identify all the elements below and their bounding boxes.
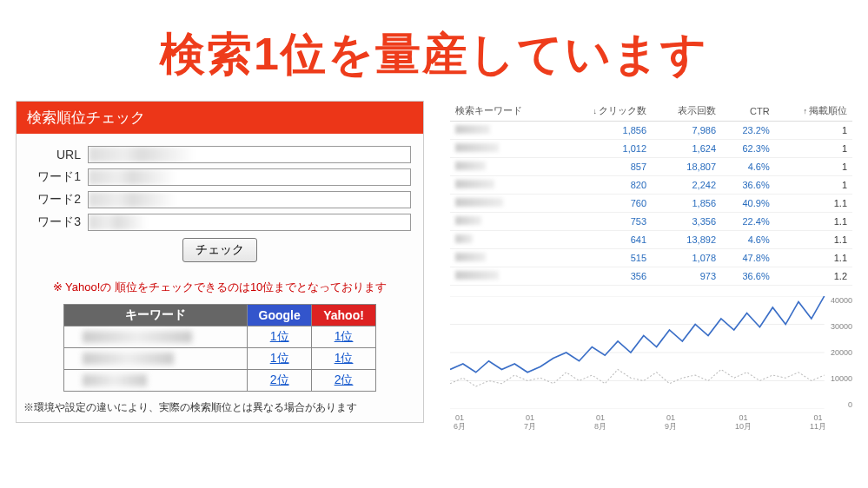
cell-ctr: 23.2%	[721, 122, 775, 140]
cell-clicks: 820	[560, 176, 652, 195]
th-google: Google	[248, 305, 312, 326]
table-row: 1位 1位	[64, 326, 376, 348]
cell-ctr: 4.6%	[721, 231, 775, 249]
rank-yahoo[interactable]: 1位	[312, 326, 376, 348]
th-position[interactable]: ↑掲載順位	[775, 101, 852, 122]
env-footnote: ※環境や設定の違いにより、実際の検索順位とは異なる場合があります	[17, 400, 423, 422]
cell-position: 1.1	[775, 249, 852, 267]
word1-input[interactable]	[88, 168, 411, 186]
table-row: 85718,8074.6%1	[450, 158, 852, 176]
th-keyword[interactable]: 検索キーワード	[450, 101, 560, 122]
cell-clicks: 356	[560, 267, 652, 286]
table-row: 64113,8924.6%1.1	[450, 231, 852, 249]
cell-position: 1	[775, 122, 852, 140]
cell-clicks: 515	[560, 249, 652, 267]
rank-result-table: キーワード Google Yahoo! 1位 1位 1位 1位 2位	[63, 304, 376, 392]
cell-clicks: 857	[560, 158, 652, 176]
cell-clicks: 641	[560, 231, 652, 249]
th-clicks[interactable]: ↓クリック数	[560, 101, 652, 122]
cell-impressions: 1,624	[652, 140, 721, 158]
table-row: 8202,24236.6%1	[450, 176, 852, 195]
cell-clicks: 753	[560, 213, 652, 231]
word2-input[interactable]	[88, 191, 411, 208]
cell-impressions: 18,807	[652, 158, 721, 176]
table-row: 2位 2位	[64, 370, 376, 392]
label-word3: ワード3	[29, 214, 88, 230]
traffic-chart: 400003000020000100000 016月017月018月019月01…	[450, 296, 852, 435]
cell-clicks: 760	[560, 195, 652, 213]
rank-yahoo[interactable]: 1位	[312, 348, 376, 370]
cell-position: 1	[775, 140, 852, 158]
label-url: URL	[29, 148, 88, 162]
cell-ctr: 36.6%	[721, 267, 775, 286]
cell-impressions: 1,856	[652, 195, 721, 213]
table-row: 1位 1位	[64, 348, 376, 370]
cell-ctr: 36.6%	[721, 176, 775, 195]
search-console-panel: 検索キーワード ↓クリック数 表示回数 CTR ↑掲載順位 1,8567,986…	[450, 101, 852, 435]
cell-ctr: 40.9%	[721, 195, 775, 213]
table-row: 7533,35622.4%1.1	[450, 213, 852, 231]
cell-ctr: 4.6%	[721, 158, 775, 176]
cell-clicks: 1,856	[560, 122, 652, 140]
cell-position: 1.1	[775, 213, 852, 231]
cell-ctr: 22.4%	[721, 213, 775, 231]
rank-google[interactable]: 1位	[248, 348, 312, 370]
table-row: 1,8567,98623.2%1	[450, 122, 852, 140]
cell-position: 1	[775, 158, 852, 176]
check-button[interactable]: チェック	[182, 238, 257, 262]
rank-google[interactable]: 1位	[248, 326, 312, 348]
table-row: 7601,85640.9%1.1	[450, 195, 852, 213]
rank-yahoo[interactable]: 2位	[312, 370, 376, 392]
label-word2: ワード2	[29, 192, 88, 208]
th-ctr[interactable]: CTR	[721, 101, 775, 122]
th-keyword: キーワード	[64, 305, 248, 326]
yahoo-note: ※ Yahoo!の 順位をチェックできるのは10位までとなっております	[17, 280, 423, 295]
stats-table: 検索キーワード ↓クリック数 表示回数 CTR ↑掲載順位 1,8567,986…	[450, 101, 852, 286]
label-word1: ワード1	[29, 169, 88, 185]
th-impressions[interactable]: 表示回数	[652, 101, 721, 122]
main-headline: 検索1位を量産しています	[0, 24, 868, 85]
cell-position: 1	[775, 176, 852, 195]
table-row: 5151,07847.8%1.1	[450, 249, 852, 267]
cell-impressions: 2,242	[652, 176, 721, 195]
cell-ctr: 62.3%	[721, 140, 775, 158]
word3-input[interactable]	[88, 214, 411, 231]
checker-title: 検索順位チェック	[17, 102, 423, 134]
cell-position: 1.1	[775, 231, 852, 249]
table-row: 35697336.6%1.2	[450, 267, 852, 286]
cell-impressions: 3,356	[652, 213, 721, 231]
cell-position: 1.1	[775, 195, 852, 213]
cell-impressions: 13,892	[652, 231, 721, 249]
url-input[interactable]	[88, 146, 411, 163]
cell-impressions: 1,078	[652, 249, 721, 267]
rank-google[interactable]: 2位	[248, 370, 312, 392]
cell-clicks: 1,012	[560, 140, 652, 158]
cell-position: 1.2	[775, 267, 852, 286]
cell-impressions: 7,986	[652, 122, 721, 140]
th-yahoo: Yahoo!	[312, 305, 376, 326]
cell-impressions: 973	[652, 267, 721, 286]
table-row: 1,0121,62462.3%1	[450, 140, 852, 158]
cell-ctr: 47.8%	[721, 249, 775, 267]
rank-checker-panel: 検索順位チェック URL ワード1 ワード2 ワード3	[16, 101, 424, 435]
